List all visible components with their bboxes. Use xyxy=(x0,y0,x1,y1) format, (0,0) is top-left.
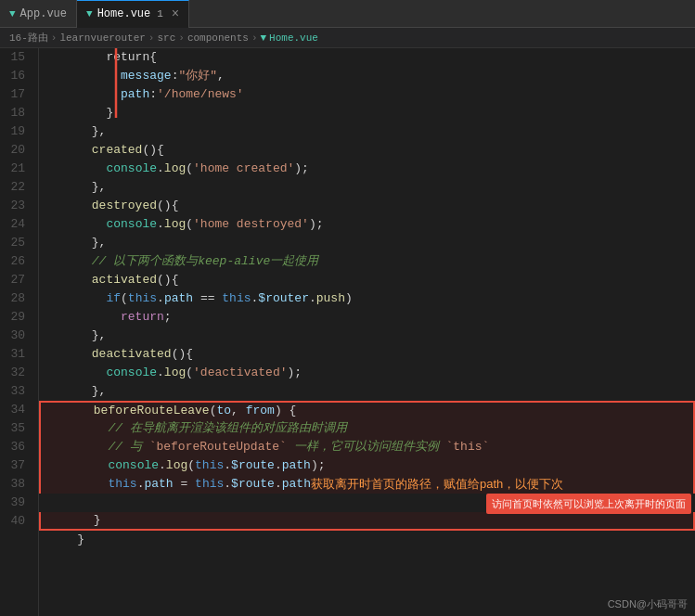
code-line-23: destroyed(){ xyxy=(39,197,695,215)
code-line-19: }, xyxy=(39,122,695,141)
code-line-27: activated(){ xyxy=(39,271,695,289)
code-line-33: }, xyxy=(39,382,695,401)
breadcrumb-item-components: components xyxy=(187,32,249,44)
tab-homevue-label: Home.vue xyxy=(97,7,151,20)
code-line-32: console.log('deactivated'); xyxy=(39,364,695,382)
code-line-15: return{ xyxy=(39,48,695,67)
code-line-31: deactivated(){ xyxy=(39,345,695,364)
breadcrumb-sep-2: › xyxy=(148,32,155,44)
tab-modified-indicator: 1 xyxy=(157,8,163,19)
tab-close-button[interactable]: × xyxy=(172,6,179,21)
line-numbers: 15 16 17 18 19 20 21 22 23 24 25 26 27 2… xyxy=(0,48,39,616)
code-line-16: message:"你好", xyxy=(39,67,695,85)
code-line-36: // 与 `beforeRouteUpdate` 一样，它可以访问组件实例 `t… xyxy=(39,438,695,456)
breadcrumb-item-src: src xyxy=(157,32,175,44)
code-line-18: } xyxy=(39,104,695,122)
watermark: CSDN@小码哥哥 xyxy=(608,597,688,611)
code-line-25: }, xyxy=(39,234,695,252)
code-line-37: console.log(this.$route.path); xyxy=(39,456,695,475)
code-line-30: }, xyxy=(39,327,695,345)
code-line-20: created(){ xyxy=(39,141,695,160)
breadcrumb-sep-1: › xyxy=(51,32,58,44)
breadcrumb-item-route: 16-路由 xyxy=(9,31,48,45)
breadcrumb-item-homevue: Home.vue xyxy=(269,32,318,44)
breadcrumb-sep-4: › xyxy=(251,32,258,44)
code-line-39: } xyxy=(39,512,695,531)
code-line-40: } xyxy=(39,531,695,549)
tab-homevue-icon: ▼ xyxy=(86,8,93,19)
code-line-22: }, xyxy=(39,178,695,197)
tab-vue-icon: ▼ xyxy=(9,8,16,19)
breadcrumb-sep-3: › xyxy=(178,32,185,44)
tab-appvue[interactable]: ▼ App.vue xyxy=(0,0,77,28)
annotation-label-38: 访问首页时依然可以浏览上次离开时的页面 xyxy=(486,494,691,514)
breadcrumb: 16-路由 › learnvuerouter › src › component… xyxy=(0,28,695,48)
tab-homevue[interactable]: ▼ Home.vue 1 × xyxy=(77,0,189,28)
code-line-24: console.log('home destroyed'); xyxy=(39,215,695,234)
breadcrumb-vue-icon: ▼ xyxy=(261,32,267,44)
code-line-35: // 在导航离开渲染该组件的对应路由时调用 xyxy=(39,419,695,438)
code-line-21: console.log('home created'); xyxy=(39,160,695,178)
code-line-34: beforeRouteLeave(to, from) { xyxy=(39,401,695,419)
code-container: 15 16 17 18 19 20 21 22 23 24 25 26 27 2… xyxy=(0,48,695,616)
tab-bar: ▼ App.vue ▼ Home.vue 1 × xyxy=(0,0,695,28)
code-line-29: return; xyxy=(39,308,695,327)
code-line-38: this.path = this.$route.path获取离开时首页的路径，赋… xyxy=(39,475,695,494)
code-line-17: path:'/home/news' xyxy=(39,85,695,104)
breadcrumb-item-project: learnvuerouter xyxy=(59,32,145,44)
code-line-26: // 以下两个函数与keep-alive一起使用 xyxy=(39,252,695,271)
code-line-28: if(this.path == this.$router.push) xyxy=(39,289,695,308)
code-content: return{ message:"你好", path:'/home/news' … xyxy=(39,48,695,616)
tab-appvue-label: App.vue xyxy=(20,7,67,20)
